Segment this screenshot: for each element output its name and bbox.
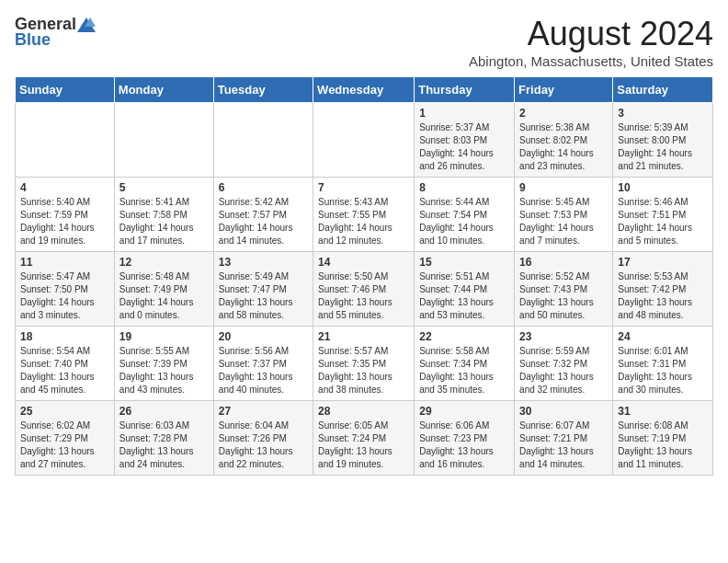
column-header-wednesday: Wednesday (313, 77, 415, 103)
calendar-cell: 18Sunrise: 5:54 AM Sunset: 7:40 PM Dayli… (16, 327, 115, 401)
day-number: 31 (618, 405, 708, 418)
calendar-cell: 1Sunrise: 5:37 AM Sunset: 8:03 PM Daylig… (415, 103, 515, 178)
day-number: 16 (519, 256, 608, 269)
day-number: 19 (119, 330, 209, 343)
week-row-2: 4Sunrise: 5:40 AM Sunset: 7:59 PM Daylig… (16, 178, 713, 252)
day-number: 7 (318, 181, 409, 194)
day-info: Sunrise: 5:54 AM Sunset: 7:40 PM Dayligh… (20, 345, 109, 396)
calendar-table: SundayMondayTuesdayWednesdayThursdayFrid… (15, 76, 713, 476)
day-number: 1 (419, 107, 509, 120)
calendar-cell: 9Sunrise: 5:45 AM Sunset: 7:53 PM Daylig… (515, 178, 613, 252)
day-number: 29 (419, 405, 509, 418)
day-info: Sunrise: 6:06 AM Sunset: 7:23 PM Dayligh… (419, 419, 509, 471)
calendar-cell: 19Sunrise: 5:55 AM Sunset: 7:39 PM Dayli… (114, 327, 213, 401)
day-info: Sunrise: 5:43 AM Sunset: 7:55 PM Dayligh… (318, 196, 409, 247)
day-number: 28 (318, 405, 409, 418)
location-title: Abington, Massachusetts, United States (469, 53, 713, 69)
day-number: 4 (20, 181, 109, 194)
day-info: Sunrise: 6:04 AM Sunset: 7:26 PM Dayligh… (219, 419, 308, 471)
calendar-cell (213, 103, 313, 178)
day-number: 20 (219, 330, 308, 343)
day-number: 24 (618, 330, 708, 343)
day-number: 25 (20, 405, 109, 418)
calendar-cell (114, 103, 213, 178)
day-info: Sunrise: 6:07 AM Sunset: 7:21 PM Dayligh… (519, 419, 608, 471)
day-info: Sunrise: 5:48 AM Sunset: 7:49 PM Dayligh… (119, 270, 209, 322)
calendar-cell: 28Sunrise: 6:05 AM Sunset: 7:24 PM Dayli… (313, 401, 415, 476)
day-info: Sunrise: 5:56 AM Sunset: 7:37 PM Dayligh… (219, 345, 308, 396)
calendar-cell: 17Sunrise: 5:53 AM Sunset: 7:42 PM Dayli… (613, 252, 713, 327)
day-info: Sunrise: 5:50 AM Sunset: 7:46 PM Dayligh… (318, 270, 409, 322)
day-info: Sunrise: 5:51 AM Sunset: 7:44 PM Dayligh… (419, 270, 509, 322)
day-number: 5 (119, 181, 209, 194)
day-info: Sunrise: 5:53 AM Sunset: 7:42 PM Dayligh… (618, 270, 708, 322)
column-header-saturday: Saturday (613, 77, 713, 103)
day-info: Sunrise: 5:46 AM Sunset: 7:51 PM Dayligh… (618, 196, 708, 247)
logo: General Blue (15, 15, 97, 50)
calendar-cell: 24Sunrise: 6:01 AM Sunset: 7:31 PM Dayli… (613, 327, 713, 401)
day-info: Sunrise: 5:42 AM Sunset: 7:57 PM Dayligh… (219, 196, 308, 247)
day-info: Sunrise: 5:44 AM Sunset: 7:54 PM Dayligh… (419, 196, 509, 247)
calendar-cell: 13Sunrise: 5:49 AM Sunset: 7:47 PM Dayli… (213, 252, 313, 327)
day-number: 11 (20, 256, 109, 269)
day-info: Sunrise: 6:08 AM Sunset: 7:19 PM Dayligh… (618, 419, 708, 471)
day-number: 12 (119, 256, 209, 269)
week-row-3: 11Sunrise: 5:47 AM Sunset: 7:50 PM Dayli… (16, 252, 713, 327)
day-number: 21 (318, 330, 409, 343)
calendar-cell: 26Sunrise: 6:03 AM Sunset: 7:28 PM Dayli… (114, 401, 213, 476)
day-number: 13 (219, 256, 308, 269)
day-info: Sunrise: 5:47 AM Sunset: 7:50 PM Dayligh… (20, 270, 109, 322)
calendar-cell: 5Sunrise: 5:41 AM Sunset: 7:58 PM Daylig… (114, 178, 213, 252)
column-header-friday: Friday (515, 77, 613, 103)
calendar-cell: 11Sunrise: 5:47 AM Sunset: 7:50 PM Dayli… (16, 252, 115, 327)
day-info: Sunrise: 5:57 AM Sunset: 7:35 PM Dayligh… (318, 345, 409, 396)
day-info: Sunrise: 5:58 AM Sunset: 7:34 PM Dayligh… (419, 345, 509, 396)
day-info: Sunrise: 5:40 AM Sunset: 7:59 PM Dayligh… (20, 196, 109, 247)
calendar-cell: 6Sunrise: 5:42 AM Sunset: 7:57 PM Daylig… (213, 178, 313, 252)
day-number: 15 (419, 256, 509, 269)
day-number: 2 (519, 107, 608, 120)
day-info: Sunrise: 5:38 AM Sunset: 8:02 PM Dayligh… (519, 121, 608, 173)
day-number: 14 (318, 256, 409, 269)
day-number: 3 (618, 107, 708, 120)
day-number: 26 (119, 405, 209, 418)
column-header-monday: Monday (114, 77, 213, 103)
calendar-cell: 29Sunrise: 6:06 AM Sunset: 7:23 PM Dayli… (415, 401, 515, 476)
week-row-5: 25Sunrise: 6:02 AM Sunset: 7:29 PM Dayli… (16, 401, 713, 476)
title-area: August 2024 Abington, Massachusetts, Uni… (469, 15, 713, 69)
day-info: Sunrise: 6:01 AM Sunset: 7:31 PM Dayligh… (618, 345, 708, 396)
column-header-sunday: Sunday (16, 77, 115, 103)
calendar-cell: 30Sunrise: 6:07 AM Sunset: 7:21 PM Dayli… (515, 401, 613, 476)
day-info: Sunrise: 5:39 AM Sunset: 8:00 PM Dayligh… (618, 121, 708, 173)
calendar-cell: 22Sunrise: 5:58 AM Sunset: 7:34 PM Dayli… (415, 327, 515, 401)
week-row-4: 18Sunrise: 5:54 AM Sunset: 7:40 PM Dayli… (16, 327, 713, 401)
column-header-thursday: Thursday (415, 77, 515, 103)
day-number: 18 (20, 330, 109, 343)
day-number: 22 (419, 330, 509, 343)
calendar-cell (313, 103, 415, 178)
calendar-cell: 14Sunrise: 5:50 AM Sunset: 7:46 PM Dayli… (313, 252, 415, 327)
day-number: 8 (419, 181, 509, 194)
header-row: SundayMondayTuesdayWednesdayThursdayFrid… (16, 77, 713, 103)
page-header: General Blue August 2024 Abington, Massa… (15, 15, 713, 69)
logo-icon (77, 17, 96, 32)
day-info: Sunrise: 6:02 AM Sunset: 7:29 PM Dayligh… (20, 419, 109, 471)
day-number: 17 (618, 256, 708, 269)
calendar-cell: 25Sunrise: 6:02 AM Sunset: 7:29 PM Dayli… (16, 401, 115, 476)
column-header-tuesday: Tuesday (213, 77, 313, 103)
calendar-cell: 16Sunrise: 5:52 AM Sunset: 7:43 PM Dayli… (515, 252, 613, 327)
day-number: 6 (219, 181, 308, 194)
calendar-cell: 10Sunrise: 5:46 AM Sunset: 7:51 PM Dayli… (613, 178, 713, 252)
week-row-1: 1Sunrise: 5:37 AM Sunset: 8:03 PM Daylig… (16, 103, 713, 178)
calendar-cell: 20Sunrise: 5:56 AM Sunset: 7:37 PM Dayli… (213, 327, 313, 401)
calendar-cell: 27Sunrise: 6:04 AM Sunset: 7:26 PM Dayli… (213, 401, 313, 476)
day-number: 27 (219, 405, 308, 418)
day-info: Sunrise: 5:45 AM Sunset: 7:53 PM Dayligh… (519, 196, 608, 247)
calendar-cell (16, 103, 115, 178)
day-info: Sunrise: 5:37 AM Sunset: 8:03 PM Dayligh… (419, 121, 509, 173)
day-info: Sunrise: 6:03 AM Sunset: 7:28 PM Dayligh… (119, 419, 209, 471)
day-number: 23 (519, 330, 608, 343)
calendar-cell: 4Sunrise: 5:40 AM Sunset: 7:59 PM Daylig… (16, 178, 115, 252)
calendar-cell: 12Sunrise: 5:48 AM Sunset: 7:49 PM Dayli… (114, 252, 213, 327)
calendar-cell: 3Sunrise: 5:39 AM Sunset: 8:00 PM Daylig… (613, 103, 713, 178)
